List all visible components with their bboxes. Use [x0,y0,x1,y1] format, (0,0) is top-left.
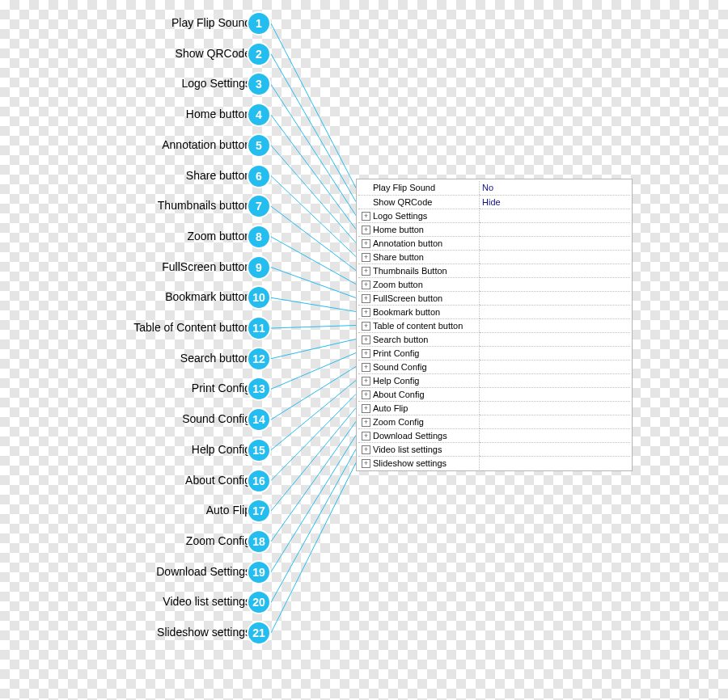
callout-chip: 12 [247,347,271,371]
setting-name-label: About Config [373,388,425,402]
expand-icon[interactable]: + [362,377,370,386]
expand-icon[interactable]: + [362,294,370,303]
callout-chip: 17 [247,499,271,523]
setting-value-cell [480,277,630,291]
setting-name-cell[interactable]: +Zoom button [358,277,480,291]
setting-name-cell[interactable]: +Zoom Config [358,415,480,428]
expand-icon[interactable]: + [362,418,370,427]
callout-chip: 16 [247,469,271,493]
expand-icon[interactable]: + [362,335,370,344]
setting-value-cell [480,360,630,373]
callout-chip: 9 [247,255,271,280]
setting-name-cell[interactable]: +Home button [358,222,480,236]
setting-name-cell[interactable]: +Annotation button [358,236,480,250]
setting-value-cell [480,264,630,277]
expand-icon[interactable]: + [362,445,370,454]
settings-group-row[interactable]: +Auto Flip [358,401,630,415]
setting-name-cell[interactable]: Play Flip Sound [358,181,480,195]
settings-group-row[interactable]: +Annotation button [358,236,630,250]
settings-group-row[interactable]: +About Config [358,387,630,401]
callout-chip: 6 [247,164,271,188]
connector-line [271,237,356,285]
connector-line [271,145,356,243]
settings-group-row[interactable]: +Zoom button [358,277,630,291]
setting-value-cell [480,332,630,346]
setting-name-cell[interactable]: +Slideshow settings [358,456,480,470]
settings-prop-row[interactable]: Play Flip SoundNo [358,181,630,195]
expand-icon[interactable]: + [362,432,370,441]
callout-chip: 11 [247,316,271,340]
settings-group-row[interactable]: +Print Config [358,346,630,360]
expand-icon[interactable]: + [362,363,370,372]
setting-name-cell[interactable]: +Auto Flip [358,401,480,415]
callout-label: Annotation button [162,138,251,151]
setting-value-cell[interactable]: Hide [480,195,630,209]
expand-icon[interactable]: + [362,459,370,468]
setting-name-cell[interactable]: +Bookmark button [358,305,480,318]
callout-label: Table of Content button [133,321,251,334]
expand-icon[interactable]: + [362,226,370,234]
setting-name-cell[interactable]: +Print Config [358,346,480,360]
callout-chip: 18 [247,529,271,554]
settings-group-row[interactable]: +Zoom Config [358,415,630,428]
connector-line [271,408,356,512]
setting-name-cell[interactable]: +Share button [358,250,480,264]
settings-prop-row[interactable]: Show QRCodeHide [358,195,630,209]
expand-icon[interactable]: + [362,267,370,276]
callout-label: Sound Config [182,412,251,425]
settings-group-row[interactable]: +Bookmark button [358,305,630,318]
expand-icon[interactable]: + [362,322,370,331]
setting-name-cell[interactable]: +Help Config [358,373,480,387]
settings-group-row[interactable]: +Sound Config [358,360,630,373]
settings-group-row[interactable]: +Slideshow settings [358,456,630,470]
settings-group-row[interactable]: +Share button [358,250,630,264]
settings-group-row[interactable]: +FullScreen button [358,291,630,305]
setting-name-cell[interactable]: +Download Settings [358,428,480,442]
setting-name-label: Print Config [373,347,419,361]
settings-group-row[interactable]: +Video list settings [358,442,630,456]
settings-group-row[interactable]: +Download Settings [358,428,630,442]
setting-name-label: Video list settings [373,443,442,457]
expand-icon[interactable]: + [362,308,370,317]
setting-name-cell[interactable]: +Search button [358,332,480,346]
setting-name-cell[interactable]: +Logo Settings [358,209,480,222]
setting-value-cell [480,373,630,387]
setting-value-cell[interactable]: No [480,181,630,195]
setting-name-cell[interactable]: +Table of content button [358,318,480,332]
callout-label: Zoom button [187,230,251,242]
setting-value-cell [480,401,630,415]
connector-line [271,206,356,270]
setting-name-label: Sound Config [373,361,427,374]
setting-name-cell[interactable]: Show QRCode [358,195,480,209]
settings-group-row[interactable]: +Thumbnails Button [358,264,630,277]
expand-icon[interactable]: + [362,349,370,358]
setting-name-cell[interactable]: +Thumbnails Button [358,264,480,277]
setting-name-label: Download Settings [373,429,447,443]
callout-label: Zoom Config [186,534,251,547]
connector-line [271,394,356,481]
expand-icon[interactable]: + [362,390,370,399]
setting-name-cell[interactable]: +About Config [358,387,480,401]
setting-value-cell [480,222,630,236]
connector-line [271,339,356,359]
expand-icon[interactable]: + [362,212,370,221]
setting-name-cell[interactable]: +Sound Config [358,360,480,373]
settings-group-row[interactable]: +Search button [358,332,630,346]
callout-chip: 8 [247,225,271,249]
callout-chip: 2 [247,42,271,66]
setting-name-cell[interactable]: +Video list settings [358,442,480,456]
callout-chip: 1 [247,11,271,36]
setting-name-cell[interactable]: +FullScreen button [358,291,480,305]
settings-group-row[interactable]: +Help Config [358,373,630,387]
expand-icon[interactable]: + [362,253,370,262]
settings-group-row[interactable]: +Logo Settings [358,209,630,222]
connector-line [271,381,356,450]
expand-icon[interactable]: + [362,404,370,413]
expand-icon[interactable]: + [362,239,370,248]
settings-group-row[interactable]: +Table of content button [358,318,630,332]
connector-line [271,449,356,603]
setting-name-label: Bookmark button [373,306,440,319]
expand-icon[interactable]: + [362,280,370,289]
settings-panel: Play Flip SoundNoShow QRCodeHide+Logo Se… [356,179,633,471]
settings-group-row[interactable]: +Home button [358,222,630,236]
